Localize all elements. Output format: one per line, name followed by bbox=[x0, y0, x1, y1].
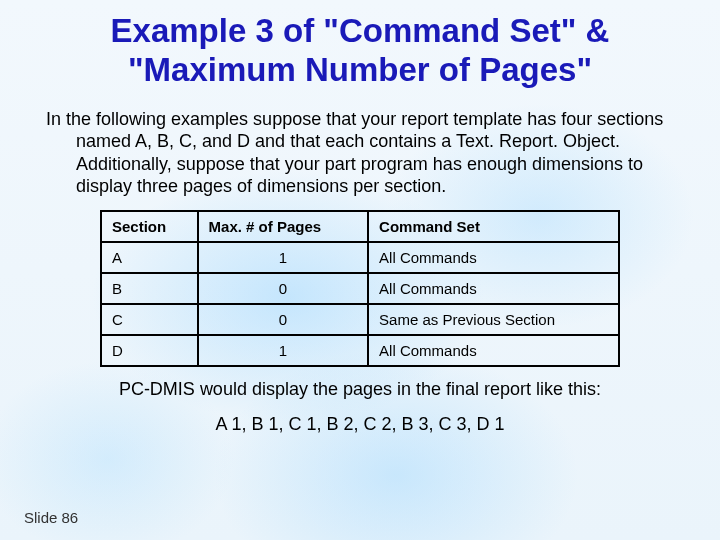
cell-section: A bbox=[101, 242, 198, 273]
cell-section: D bbox=[101, 335, 198, 366]
cell-commandset: All Commands bbox=[368, 242, 619, 273]
table-header-row: Section Max. # of Pages Command Set bbox=[101, 211, 619, 242]
cell-commandset: All Commands bbox=[368, 273, 619, 304]
table-row: D 1 All Commands bbox=[101, 335, 619, 366]
cell-maxpages: 1 bbox=[198, 335, 369, 366]
result-line: A 1, B 1, C 1, B 2, C 2, B 3, C 3, D 1 bbox=[40, 414, 680, 435]
col-header-maxpages: Max. # of Pages bbox=[198, 211, 369, 242]
cell-maxpages: 0 bbox=[198, 273, 369, 304]
cell-maxpages: 0 bbox=[198, 304, 369, 335]
table-row: C 0 Same as Previous Section bbox=[101, 304, 619, 335]
sections-table: Section Max. # of Pages Command Set A 1 … bbox=[100, 210, 620, 367]
cell-section: B bbox=[101, 273, 198, 304]
result-intro: PC-DMIS would display the pages in the f… bbox=[40, 379, 680, 400]
cell-section: C bbox=[101, 304, 198, 335]
slide-number: Slide 86 bbox=[24, 509, 78, 526]
col-header-commandset: Command Set bbox=[368, 211, 619, 242]
col-header-section: Section bbox=[101, 211, 198, 242]
table-row: B 0 All Commands bbox=[101, 273, 619, 304]
slide-title: Example 3 of "Command Set" & "Maximum Nu… bbox=[40, 12, 680, 90]
cell-maxpages: 1 bbox=[198, 242, 369, 273]
slide: Example 3 of "Command Set" & "Maximum Nu… bbox=[0, 0, 720, 540]
table-row: A 1 All Commands bbox=[101, 242, 619, 273]
cell-commandset: Same as Previous Section bbox=[368, 304, 619, 335]
intro-paragraph: In the following examples suppose that y… bbox=[70, 108, 680, 198]
cell-commandset: All Commands bbox=[368, 335, 619, 366]
